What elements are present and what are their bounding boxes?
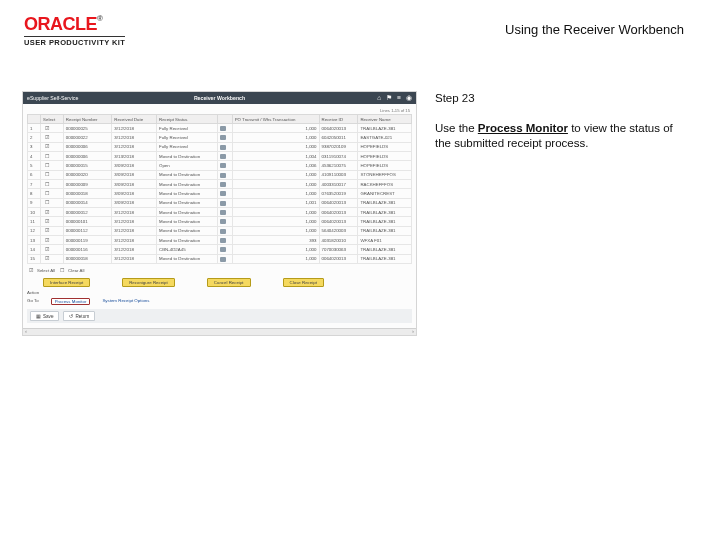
receiver-name: TRAILBLAZE-381	[358, 124, 412, 133]
receipt-number[interactable]: 000000018	[63, 189, 112, 198]
receipt-number[interactable]: 000000101	[63, 217, 112, 226]
row-select[interactable]: ☑	[41, 124, 64, 133]
receipt-status: Moved to Destination	[156, 152, 217, 161]
row-select[interactable]: ☑	[41, 217, 64, 226]
page-title: Using the Receiver Workbench	[505, 22, 684, 37]
api-icon-cell[interactable]	[218, 170, 233, 179]
receiver-name: WFXA F01	[358, 236, 412, 245]
api-icon-cell[interactable]	[218, 189, 233, 198]
receipt-status: Moved to Destination	[156, 226, 217, 235]
api-icon-cell[interactable]	[218, 161, 233, 170]
api-icon-cell[interactable]	[218, 226, 233, 235]
row-select[interactable]: ☑	[41, 236, 64, 245]
receipt-number[interactable]: 000000015	[63, 161, 112, 170]
api-icon-cell[interactable]	[218, 254, 233, 263]
receipt-number[interactable]: 000000006	[63, 152, 112, 161]
po-qty: 1,000	[232, 170, 319, 179]
row-index: 5	[28, 161, 41, 170]
system-options-link[interactable]: System Receipt Options	[102, 298, 149, 305]
col-header: Received Date	[112, 115, 157, 124]
received-date: 3/12/2018	[112, 236, 157, 245]
horizontal-scrollbar[interactable]	[23, 328, 416, 335]
api-icon-cell[interactable]	[218, 124, 233, 133]
po-qty: 1,000	[232, 208, 319, 217]
oracle-logo: ORACLE®	[24, 14, 125, 35]
row-select[interactable]: ☐	[41, 161, 64, 170]
clear-all-label: Clear All	[68, 268, 84, 273]
po-qty: 1,000	[232, 142, 319, 151]
receipt-number[interactable]: 000000018	[63, 254, 112, 263]
receiver-name: GRANITECREST	[358, 189, 412, 198]
save-tab[interactable]: ▦Save	[30, 311, 59, 321]
table-row: 8☐0000000183/09/2018Moved to Destination…	[28, 189, 412, 198]
api-icon-cell[interactable]	[218, 217, 233, 226]
reconcile-receipt-button[interactable]: Reconigure Receipt	[122, 278, 175, 287]
row-select[interactable]: ☑	[41, 142, 64, 151]
table-row: 2☑0000000223/12/2018Fully Received1,0006…	[28, 133, 412, 142]
table-row: 6☐0000000203/09/2018Moved to Destination…	[28, 170, 412, 179]
paging-label: Lines 1-15 of 15	[27, 107, 412, 114]
received-date: 3/09/2018	[112, 198, 157, 207]
api-icon-cell[interactable]	[218, 208, 233, 217]
select-all-checkbox[interactable]: ☑	[27, 268, 34, 273]
row-index: 12	[28, 226, 41, 235]
row-index: 8	[28, 189, 41, 198]
received-date: 3/12/2018	[112, 245, 157, 254]
receipt-number[interactable]: 000000012	[63, 208, 112, 217]
api-icon	[220, 163, 226, 168]
row-select[interactable]: ☑	[41, 226, 64, 235]
row-select[interactable]: ☑	[41, 133, 64, 142]
row-index: 1	[28, 124, 41, 133]
receipt-number[interactable]: 000000112	[63, 226, 112, 235]
po-qty: 1,000	[232, 133, 319, 142]
receiver-name: TRAILBLAZE-381	[358, 226, 412, 235]
receipt-number[interactable]: 000000006	[63, 142, 112, 151]
api-icon-cell[interactable]	[218, 133, 233, 142]
row-select[interactable]: ☑	[41, 208, 64, 217]
api-icon-cell[interactable]	[218, 142, 233, 151]
api-icon	[220, 145, 226, 150]
receive-id: 5640420003	[319, 226, 358, 235]
po-qty: 1,000	[232, 124, 319, 133]
receipt-number[interactable]: 000000025	[63, 124, 112, 133]
receipt-number[interactable]: 000000014	[63, 198, 112, 207]
cancel-receipt-button[interactable]: Cancel Receipt	[207, 278, 251, 287]
receipt-number[interactable]: 000000022	[63, 133, 112, 142]
row-select[interactable]: ☐	[41, 170, 64, 179]
row-select[interactable]: ☐	[41, 198, 64, 207]
return-icon: ↺	[69, 313, 73, 319]
save-label: Save	[43, 314, 53, 319]
api-icon-cell[interactable]	[218, 198, 233, 207]
api-icon-cell[interactable]	[218, 152, 233, 161]
interface-receipt-button[interactable]: Interface Receipt	[43, 278, 90, 287]
return-tab[interactable]: ↺Return	[63, 311, 95, 321]
receive-id: 4536210075	[319, 161, 358, 170]
receive-id: 0064020013	[319, 208, 358, 217]
receiver-name: TRAILBLAZE-381	[358, 198, 412, 207]
po-qty: 1,006	[232, 161, 319, 170]
clear-all-checkbox[interactable]: ☐	[58, 268, 65, 273]
row-select[interactable]: ☐	[41, 189, 64, 198]
receipt-number[interactable]: 000000020	[63, 170, 112, 179]
receiver-name: TRAILBLAZE-381	[358, 208, 412, 217]
receipt-number[interactable]: 000000009	[63, 180, 112, 189]
table-row: 13☑0000001193/12/2018Moved to Destinatio…	[28, 236, 412, 245]
save-icon: ▦	[36, 313, 41, 319]
api-icon-cell[interactable]	[218, 180, 233, 189]
row-select[interactable]: ☑	[41, 254, 64, 263]
row-index: 10	[28, 208, 41, 217]
receipt-number[interactable]: 000000116	[63, 245, 112, 254]
close-receipt-button[interactable]: Close Receipt	[283, 278, 324, 287]
receipt-status: Moved to Destination	[156, 198, 217, 207]
receipt-status: Fully Received	[156, 124, 217, 133]
row-select[interactable]: ☐	[41, 180, 64, 189]
api-icon-cell[interactable]	[218, 236, 233, 245]
receiver-name: EASTGATE-021	[358, 133, 412, 142]
process-monitor-link[interactable]: Process Monitor	[51, 298, 91, 305]
col-header: Receipt Number	[63, 115, 112, 124]
receipt-number[interactable]: 000000119	[63, 236, 112, 245]
table-row: 7☐0000000093/09/2018Moved to Destination…	[28, 180, 412, 189]
api-icon-cell[interactable]	[218, 245, 233, 254]
row-select[interactable]: ☑	[41, 245, 64, 254]
row-select[interactable]: ☐	[41, 152, 64, 161]
